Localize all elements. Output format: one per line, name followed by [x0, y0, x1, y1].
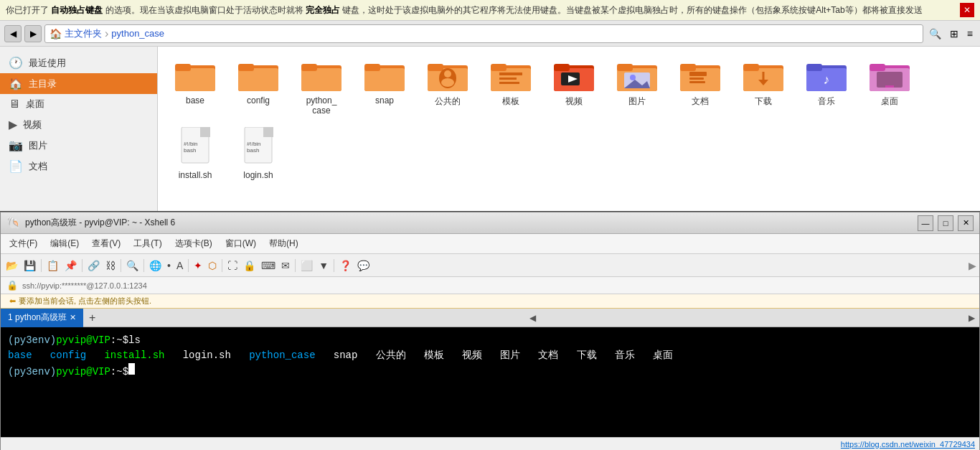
- sidebar-item-desktop[interactable]: 🖥 桌面: [0, 94, 157, 114]
- menu-file[interactable]: 文件(F): [4, 235, 43, 252]
- svg-point-33: [630, 75, 636, 80]
- tab-scroll-left[interactable]: ◀: [525, 311, 540, 324]
- toolbar-disconnect-icon[interactable]: ⛓: [103, 258, 118, 273]
- file-install-sh[interactable]: #!/binbash install.sh: [166, 124, 224, 183]
- sidebar-item-photo[interactable]: 📷 图片: [0, 135, 157, 156]
- folder-image[interactable]: 图片: [608, 55, 666, 118]
- sidebar-item-home[interactable]: 🏠 主目录: [0, 73, 157, 94]
- toolbar-fullscreen-icon[interactable]: ⛶: [225, 258, 240, 273]
- folder-public[interactable]: 公共的: [419, 55, 476, 118]
- terminal-line-1: (py3env) pyvip@VIP :~$ ls: [8, 333, 972, 348]
- toolbar-font-icon[interactable]: A: [174, 258, 185, 273]
- location-bar[interactable]: 🏠 主文件夹 › python_case: [44, 24, 923, 43]
- folder-label-snap: snap: [375, 95, 394, 106]
- folder-label-desktop-item: 桌面: [881, 95, 898, 108]
- tab-scroll-right[interactable]: ▶: [964, 311, 979, 324]
- folder-icon-doc: [680, 58, 720, 93]
- toolbar-search-icon[interactable]: 🔍: [124, 258, 141, 273]
- toolbar-divider-7: [295, 259, 296, 272]
- menu-button[interactable]: ≡: [964, 27, 976, 41]
- file-manager: ◀ ▶ 🏠 主文件夹 › python_case 🔍 ⊞ ≡ 🕐 最近使用 🏠 …: [0, 21, 980, 211]
- svg-rect-7: [301, 68, 341, 91]
- toolbar-xftp-icon[interactable]: ⬡: [206, 258, 219, 273]
- sidebar-item-recent[interactable]: 🕐 最近使用: [0, 52, 157, 73]
- toolbar-xshell-icon[interactable]: ✦: [192, 258, 204, 273]
- xshell-close-button[interactable]: ✕: [958, 215, 974, 231]
- toolbar-divider-5: [188, 259, 189, 272]
- bold-keyboard: 自动独占键盘: [49, 5, 105, 15]
- nav-forward-button[interactable]: ▶: [24, 25, 42, 42]
- xshell-maximize-button[interactable]: □: [938, 215, 953, 231]
- sidebar-item-doc[interactable]: 📄 文档: [0, 156, 157, 177]
- toolbar-help-icon[interactable]: ❓: [337, 258, 354, 273]
- sidebar-label-photo: 图片: [29, 139, 47, 152]
- folder-download[interactable]: 下载: [735, 55, 792, 118]
- ls-desktop: 桌面: [653, 348, 673, 363]
- folder-snap[interactable]: snap: [356, 55, 413, 118]
- svg-rect-23: [499, 82, 519, 84]
- toolbar-connect-icon[interactable]: 🔗: [85, 258, 102, 273]
- folder-icon-public: [428, 58, 468, 93]
- toolbar-divider-6: [222, 259, 222, 272]
- folder-desktop-item[interactable]: 桌面: [861, 55, 918, 118]
- toolbar-badge-icon[interactable]: ⬜: [298, 258, 315, 273]
- sidebar-item-video[interactable]: ▶ 视频: [0, 114, 157, 135]
- folder-icon-desktop: [870, 58, 910, 93]
- folder-doc[interactable]: 文档: [672, 55, 729, 118]
- menu-tools[interactable]: 工具(T): [128, 235, 167, 252]
- folder-python-case[interactable]: python_case: [293, 55, 350, 118]
- svg-rect-43: [743, 64, 759, 71]
- folder-music[interactable]: ♪ 音乐: [798, 55, 855, 118]
- view-toggle-button[interactable]: ⊞: [947, 27, 961, 41]
- menu-window[interactable]: 窗口(W): [220, 235, 262, 252]
- menu-edit[interactable]: 编辑(E): [44, 235, 85, 252]
- folder-label-doc: 文档: [692, 95, 709, 108]
- search-button[interactable]: 🔍: [926, 27, 944, 41]
- toolbar-copy-icon[interactable]: 📋: [44, 258, 61, 273]
- folder-config[interactable]: config: [230, 55, 287, 118]
- folder-template[interactable]: 模板: [482, 55, 540, 118]
- folder-base[interactable]: base: [166, 55, 224, 118]
- toolbar-compose-icon[interactable]: ✉: [279, 258, 292, 273]
- warning-close-button[interactable]: ✕: [960, 3, 974, 17]
- folder-video[interactable]: 视频: [545, 55, 603, 118]
- toolbar-keyboard-icon[interactable]: ⌨: [259, 258, 278, 273]
- xshell-terminal[interactable]: (py3env) pyvip@VIP :~$ ls base config in…: [1, 327, 979, 437]
- toolbar-divider-8: [334, 259, 334, 272]
- toolbar-chat-icon[interactable]: 💬: [355, 258, 372, 273]
- xshell-info-bar: ⬅ 要添加当前会话, 点击左侧的箭头按钮.: [1, 294, 979, 309]
- svg-rect-26: [554, 64, 570, 71]
- toolbar-new-icon[interactable]: 📂: [4, 258, 20, 273]
- toolbar-dot-icon[interactable]: •: [165, 258, 173, 273]
- ls-install: install.sh: [104, 348, 164, 363]
- nav-back-button[interactable]: ◀: [4, 25, 22, 42]
- xshell-tab-python[interactable]: 1 python高级班 ✕: [1, 309, 83, 327]
- address-text: ssh://pyvip:********@127.0.0.1:1234: [22, 281, 147, 290]
- tab-add-button[interactable]: +: [83, 310, 101, 326]
- svg-point-16: [444, 70, 451, 78]
- menu-tab[interactable]: 选项卡(B): [169, 235, 218, 252]
- toolbar-divider-2: [82, 259, 83, 272]
- toolbar-lock-icon[interactable]: 🔒: [241, 258, 258, 273]
- toolbar-globe-icon[interactable]: 🌐: [147, 258, 164, 273]
- file-login-sh[interactable]: #!/binbash login.sh: [230, 124, 287, 183]
- sidebar-label-recent: 最近使用: [29, 57, 66, 70]
- sidebar-label-doc: 文档: [29, 160, 47, 173]
- svg-rect-48: [806, 64, 822, 71]
- folder-icon-template: [491, 58, 531, 93]
- menu-help[interactable]: 帮助(H): [263, 235, 304, 252]
- status-link[interactable]: https://blog.csdn.net/weixin_47729434: [841, 440, 975, 449]
- toolbar-paste-icon[interactable]: 📌: [62, 258, 79, 273]
- location-root[interactable]: 主文件夹: [65, 27, 102, 40]
- toolbar-save-icon[interactable]: 💾: [22, 258, 38, 273]
- menu-view[interactable]: 查看(V): [86, 235, 126, 252]
- folder-icon-config: [238, 58, 278, 93]
- folder-icon-image: [617, 58, 657, 93]
- tab-close-icon[interactable]: ✕: [70, 313, 76, 322]
- location-child[interactable]: python_case: [111, 28, 164, 39]
- svg-rect-40: [689, 81, 705, 83]
- folder-label-music: 音乐: [818, 95, 835, 108]
- toolbar-scripts-icon[interactable]: ▼: [316, 258, 331, 273]
- xshell-minimize-button[interactable]: —: [918, 215, 933, 231]
- svg-rect-37: [680, 64, 696, 71]
